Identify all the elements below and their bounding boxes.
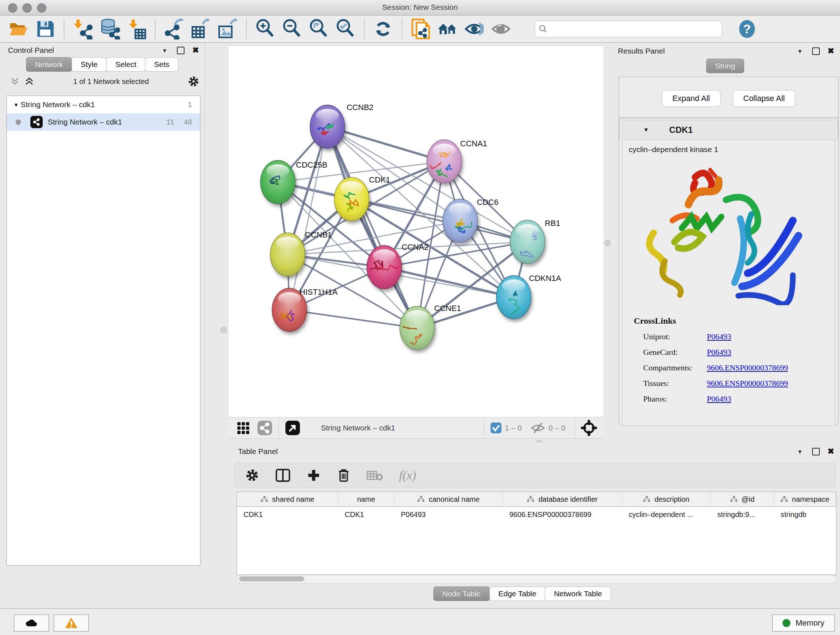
node-CCNE1[interactable] xyxy=(395,306,434,350)
export-table-icon[interactable] xyxy=(190,19,211,40)
gear-icon[interactable] xyxy=(187,75,200,88)
crosslink-link[interactable]: 9606.ENSP00000378699 xyxy=(707,379,788,388)
open-in-window-icon[interactable] xyxy=(285,420,301,436)
hidden-eye-icon[interactable] xyxy=(531,421,546,434)
node-CDC25B[interactable] xyxy=(261,160,295,204)
zoom-in-icon[interactable] xyxy=(255,19,276,40)
column-header-1[interactable]: name xyxy=(338,492,394,507)
edge-CCNB2-CCNE1[interactable] xyxy=(327,127,417,328)
splitter-handle-left[interactable] xyxy=(221,327,227,333)
table-options-gear-icon[interactable] xyxy=(245,468,259,483)
table-cell[interactable]: stringdb xyxy=(774,507,836,522)
export-image-icon[interactable] xyxy=(217,19,238,40)
panel-menu-arrow-icon[interactable]: ▼ xyxy=(162,48,167,54)
eye-gray-icon[interactable] xyxy=(491,19,512,40)
table-cell[interactable]: CDK1 xyxy=(338,507,394,522)
tab-style[interactable]: Style xyxy=(72,57,107,72)
tab-sets[interactable]: Sets xyxy=(145,57,178,72)
node-CDK1[interactable] xyxy=(334,177,369,221)
collapse-all-icon[interactable] xyxy=(9,77,20,86)
import-database-icon[interactable] xyxy=(99,19,120,40)
node-CDC6[interactable] xyxy=(443,199,477,242)
gene-section-header[interactable]: ▼ CDK1 xyxy=(619,120,838,140)
scrollbar-thumb[interactable] xyxy=(239,576,304,581)
panel-menu-arrow-icon[interactable]: ▼ xyxy=(797,48,803,54)
panel-float-icon[interactable] xyxy=(812,448,820,455)
crosslink-link[interactable]: P06493 xyxy=(707,348,731,357)
selected-checkbox-icon[interactable] xyxy=(490,422,502,434)
cloud-button[interactable] xyxy=(14,614,49,632)
save-session-icon[interactable] xyxy=(35,19,56,40)
splitter-handle-right[interactable] xyxy=(605,240,611,246)
tab-node-table[interactable]: Node Table xyxy=(433,586,490,601)
export-network-icon[interactable] xyxy=(164,19,185,40)
panel-float-icon[interactable] xyxy=(812,48,820,55)
edge-HIST1H1A-CCNE1[interactable] xyxy=(289,310,417,328)
crosslink-link[interactable]: P06493 xyxy=(707,332,731,341)
column-header-2[interactable]: canonical name xyxy=(394,492,503,507)
expand-all-button[interactable]: Expand All xyxy=(662,90,721,107)
panel-close-icon[interactable]: ✖ xyxy=(828,46,834,56)
edge-CDK1-RB1[interactable] xyxy=(352,199,527,242)
column-header-3[interactable]: database identifier xyxy=(503,492,622,507)
grid-view-icon[interactable] xyxy=(236,421,250,435)
column-header-0[interactable]: shared name xyxy=(237,492,338,507)
column-header-5[interactable]: @id xyxy=(711,492,774,507)
node-CCNB1[interactable] xyxy=(270,233,305,276)
search-box[interactable] xyxy=(535,21,722,37)
node-CCNB2[interactable] xyxy=(310,105,345,149)
node-CDKN1A[interactable] xyxy=(496,276,531,319)
birds-eye-icon[interactable] xyxy=(581,420,597,436)
function-builder-icon[interactable]: f(x) xyxy=(399,469,416,482)
add-column-icon[interactable] xyxy=(306,468,321,483)
zoom-out-icon[interactable] xyxy=(281,19,302,40)
column-header-6[interactable]: namespace xyxy=(774,492,836,507)
tab-edge-table[interactable]: Edge Table xyxy=(489,586,546,601)
node-CCNA2[interactable] xyxy=(367,245,401,289)
network-collection-row[interactable]: ▼ String Network – cdk1 1 xyxy=(7,96,200,113)
crosslink-link[interactable]: P06493 xyxy=(707,394,731,404)
delete-table-icon[interactable] xyxy=(366,469,383,481)
table-cell[interactable]: CDK1 xyxy=(237,507,338,522)
crosslink-link[interactable]: 9606.ENSP00000378699 xyxy=(707,363,788,372)
network-canvas[interactable]: CCNB2CCNA1CDC25BCDK1CDC6RB1CCNB1CCNA2CDK… xyxy=(229,46,603,417)
show-columns-icon[interactable] xyxy=(275,468,291,483)
table-horizontal-scrollbar[interactable] xyxy=(237,575,836,584)
table-cell[interactable]: 9606.ENSP00000378699 xyxy=(503,507,622,522)
column-header-4[interactable]: description xyxy=(622,492,711,507)
panel-close-icon[interactable]: ✖ xyxy=(828,447,834,456)
tab-string[interactable]: String xyxy=(706,59,744,73)
open-session-icon[interactable] xyxy=(8,19,29,40)
memory-button[interactable]: Memory xyxy=(772,614,835,632)
edge-CCNA2-CDKN1A[interactable] xyxy=(384,267,514,297)
warnings-button[interactable] xyxy=(54,614,89,632)
table-row[interactable]: CDK1CDK1P064939606.ENSP00000378699cyclin… xyxy=(237,507,836,522)
zoom-selected-icon[interactable] xyxy=(335,19,356,40)
network-badge-icon[interactable] xyxy=(257,420,273,436)
tab-select[interactable]: Select xyxy=(106,57,145,72)
collapse-all-button[interactable]: Collapse All xyxy=(733,90,796,107)
node-CCNA1[interactable] xyxy=(427,140,462,183)
tree-expander-icon[interactable]: ▼ xyxy=(13,102,21,108)
panel-menu-arrow-icon[interactable]: ▼ xyxy=(797,448,803,455)
panel-float-icon[interactable] xyxy=(177,47,185,54)
refresh-icon[interactable] xyxy=(373,19,393,40)
search-input[interactable] xyxy=(548,25,718,34)
copy-network-icon[interactable] xyxy=(410,19,431,40)
node-RB1[interactable] xyxy=(510,220,545,264)
edge-CCNB2-CCNA1[interactable] xyxy=(327,127,444,162)
import-table-icon[interactable] xyxy=(126,19,147,40)
delete-column-icon[interactable] xyxy=(337,468,351,483)
section-collapse-icon[interactable]: ▼ xyxy=(643,127,649,133)
table-cell[interactable]: stringdb:9... xyxy=(711,507,774,522)
zoom-fit-icon[interactable] xyxy=(308,19,329,40)
first-neighbors-icon[interactable] xyxy=(437,19,458,40)
tab-network[interactable]: Network xyxy=(26,57,72,72)
table-cell[interactable]: cyclin–dependent ... xyxy=(622,507,711,522)
tab-network-table[interactable]: Network Table xyxy=(545,586,611,601)
table-cell[interactable]: P06493 xyxy=(394,507,503,522)
panel-close-icon[interactable]: ✖ xyxy=(193,46,199,55)
import-network-icon[interactable] xyxy=(73,19,93,40)
help-icon[interactable]: ? xyxy=(737,19,758,40)
network-row[interactable]: String Network – cdk1 11 48 xyxy=(7,113,200,131)
